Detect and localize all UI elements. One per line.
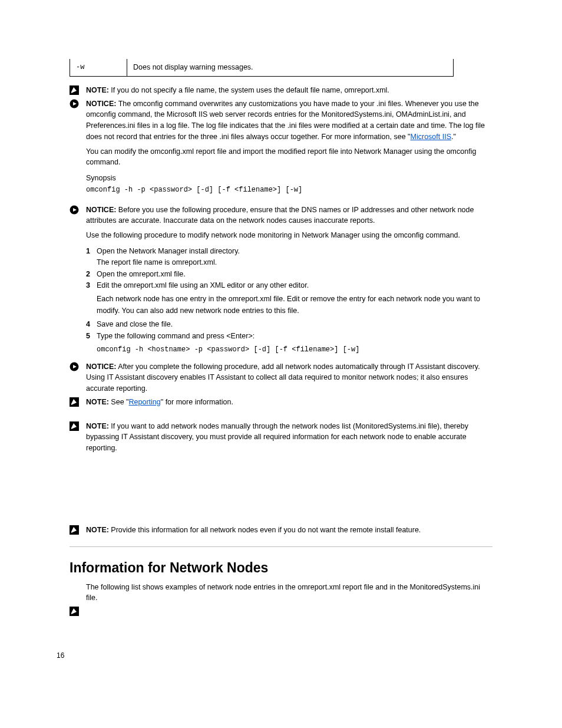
- step-text: Open the omreport.xml file.: [97, 270, 186, 278]
- note-block: [70, 606, 492, 616]
- notice-label: NOTICE:: [86, 363, 116, 371]
- note-icon: [70, 525, 79, 535]
- step-subtext: Each network node has one entry in the o…: [97, 294, 492, 317]
- note-block: NOTE: If you do not specify a file name,…: [70, 85, 492, 96]
- step: 1Open the Network Manager install direct…: [86, 246, 492, 257]
- step-number: 4: [86, 319, 97, 330]
- note-text: NOTE: If you want to add network nodes m…: [86, 421, 492, 454]
- note-icon: [70, 607, 79, 616]
- notice-block: NOTICE: The omconfig command overwrites …: [70, 98, 492, 143]
- paragraph: The following list shows examples of net…: [86, 582, 492, 604]
- link-reporting[interactable]: Reporting: [129, 398, 161, 406]
- note-body: If you want to add network nodes manuall…: [86, 422, 468, 453]
- step: 5Type the following command and press <E…: [86, 331, 492, 342]
- notice-label: NOTICE:: [86, 100, 116, 108]
- note-block: NOTE: If you want to add network nodes m…: [70, 421, 492, 454]
- note-label: NOTE:: [86, 526, 109, 534]
- notice-label: NOTICE:: [86, 206, 116, 214]
- note-text: NOTE: If you do not specify a file name,…: [86, 85, 492, 96]
- options-table: -w Does not display warning messages.: [70, 59, 454, 77]
- step-subtext: The report file name is omreport.xml.: [97, 257, 492, 268]
- step-code: omconfig -h <hostname> -p <password> [-d…: [97, 344, 492, 355]
- step-number: 2: [86, 269, 97, 280]
- step-text: Type the following command and press <En…: [97, 332, 254, 340]
- note-text: NOTE: Provide this information for all n…: [86, 525, 492, 536]
- paragraph: You can modify the omconfig.xml report f…: [86, 146, 492, 169]
- section-heading: Information for Network Nodes: [70, 560, 492, 576]
- note-label: NOTE:: [86, 398, 109, 406]
- note-body-b: " for more information.: [161, 398, 233, 406]
- notice-icon: [70, 205, 79, 215]
- step-number: 1: [86, 246, 97, 257]
- note-body: If you do not specify a file name, the s…: [109, 86, 389, 94]
- note-body: Provide this information for all network…: [109, 526, 421, 534]
- note-icon: [70, 421, 79, 431]
- step-number: 3: [86, 280, 97, 291]
- synopsis-label: Synopsis: [86, 173, 492, 184]
- notice-icon: [70, 362, 79, 371]
- step-number: 5: [86, 331, 97, 342]
- steps-list: 1Open the Network Manager install direct…: [86, 246, 492, 355]
- step-text: Open the Network Manager install directo…: [97, 247, 240, 255]
- note-icon: [70, 397, 79, 407]
- step: 3Edit the omreport.xml file using an XML…: [86, 280, 492, 291]
- synopsis-code: omconfig -h -p <password> [-d] [-f <file…: [86, 185, 492, 195]
- step: 4Save and close the file.: [86, 319, 492, 330]
- step: 2Open the omreport.xml file.: [86, 269, 492, 280]
- notice-icon: [70, 99, 79, 108]
- option-desc: Does not display warning messages.: [127, 59, 454, 76]
- note-block: NOTE: Provide this information for all n…: [70, 525, 492, 536]
- section-divider: [70, 546, 492, 547]
- notice-text: NOTICE: Before you use the following pro…: [86, 205, 492, 227]
- step-text: Edit the omreport.xml file using an XML …: [97, 281, 309, 289]
- note-block: The following list shows examples of net…: [70, 582, 492, 604]
- step-text: Save and close the file.: [97, 320, 173, 328]
- notice-text: NOTICE: The omconfig command overwrites …: [86, 98, 492, 143]
- notice-body: After you complete the following procedu…: [86, 363, 480, 393]
- notice-body-b: .": [451, 133, 456, 141]
- notice-body: Before you use the following procedure, …: [86, 206, 474, 225]
- page-content: -w Does not display warning messages. NO…: [0, 0, 562, 683]
- notice-block: NOTICE: After you complete the following…: [70, 361, 492, 394]
- option-flag: -w: [70, 59, 127, 76]
- notice-block: NOTICE: Before you use the following pro…: [70, 205, 492, 227]
- table-row: -w Does not display warning messages.: [70, 59, 454, 76]
- note-label: NOTE:: [86, 86, 109, 94]
- note-block: NOTE: See "Reporting" for more informati…: [70, 397, 492, 408]
- link-microsoft-iis[interactable]: Microsoft IIS: [411, 133, 451, 141]
- paragraph: Use the following procedure to modify ne…: [86, 230, 492, 241]
- note-icon: [70, 85, 79, 95]
- note-text: NOTE: See "Reporting" for more informati…: [86, 397, 492, 408]
- notice-text: NOTICE: After you complete the following…: [86, 361, 492, 394]
- note-label: NOTE:: [86, 422, 109, 430]
- note-body-a: See ": [109, 398, 129, 406]
- page-number: 16: [57, 651, 492, 660]
